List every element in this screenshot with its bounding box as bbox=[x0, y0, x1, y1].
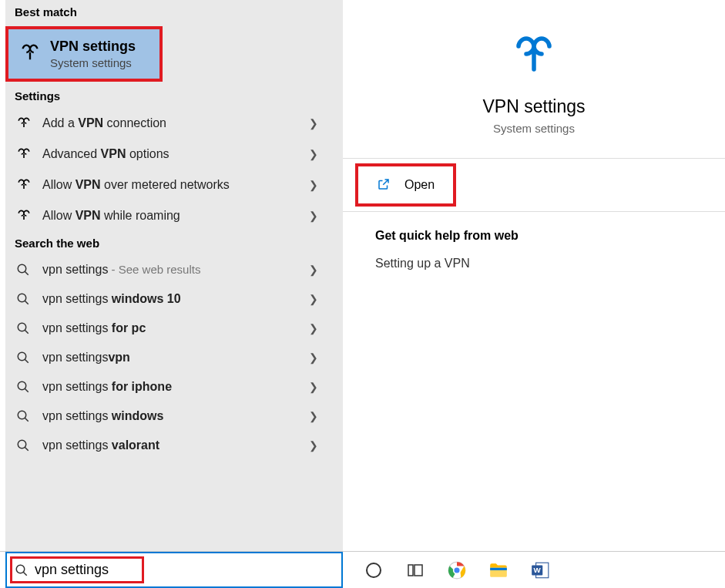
chevron-right-icon: ❯ bbox=[309, 351, 318, 364]
result-label: vpn settingsvpn bbox=[42, 351, 309, 365]
chevron-right-icon: ❯ bbox=[309, 322, 318, 334]
word-icon[interactable]: W bbox=[529, 559, 551, 581]
detail-title: VPN settings bbox=[483, 96, 586, 117]
cortana-icon[interactable] bbox=[363, 559, 384, 581]
svg-point-16 bbox=[367, 563, 381, 577]
svg-point-0 bbox=[18, 264, 26, 273]
vpn-small-icon bbox=[16, 146, 35, 162]
svg-point-6 bbox=[18, 352, 26, 361]
search-results-panel: Best match VPN settings System settings … bbox=[0, 0, 343, 551]
settings-result-item[interactable]: Allow VPN while roaming ❯ bbox=[5, 200, 343, 231]
detail-subtitle: System settings bbox=[493, 122, 575, 135]
chevron-right-icon: ❯ bbox=[309, 264, 318, 276]
chevron-right-icon: ❯ bbox=[309, 210, 318, 222]
svg-line-13 bbox=[25, 447, 29, 451]
open-icon bbox=[377, 177, 392, 193]
result-label: vpn settings - See web results bbox=[42, 263, 309, 277]
best-match-subtitle: System settings bbox=[50, 56, 136, 69]
chevron-right-icon: ❯ bbox=[309, 381, 318, 393]
result-label: Allow VPN over metered networks bbox=[42, 178, 309, 192]
chevron-right-icon: ❯ bbox=[309, 148, 318, 160]
web-result-item[interactable]: vpn settings windows ❯ bbox=[5, 402, 343, 431]
web-result-item[interactable]: vpn settings windows 10 ❯ bbox=[5, 284, 343, 314]
svg-point-10 bbox=[18, 411, 26, 419]
search-icon bbox=[16, 380, 35, 394]
web-result-item[interactable]: vpn settings for iphone ❯ bbox=[5, 372, 343, 402]
open-button[interactable]: Open bbox=[355, 163, 456, 207]
vpn-large-icon bbox=[511, 31, 557, 77]
svg-line-11 bbox=[25, 418, 29, 422]
search-icon bbox=[16, 263, 35, 277]
taskbar-search-box[interactable] bbox=[5, 552, 343, 588]
search-icon bbox=[16, 321, 35, 335]
taskbar: W bbox=[0, 551, 725, 588]
search-icon bbox=[16, 438, 35, 452]
help-title: Get quick help from web bbox=[375, 229, 693, 243]
svg-line-3 bbox=[25, 301, 29, 304]
vpn-small-icon bbox=[16, 116, 35, 131]
svg-line-7 bbox=[25, 359, 29, 363]
search-icon bbox=[16, 351, 35, 365]
best-match-vpn-settings[interactable]: VPN settings System settings bbox=[5, 26, 163, 82]
svg-line-15 bbox=[23, 572, 27, 576]
help-link-setup-vpn[interactable]: Setting up a VPN bbox=[375, 257, 693, 270]
open-label: Open bbox=[404, 178, 435, 192]
svg-rect-17 bbox=[408, 565, 413, 576]
search-icon bbox=[16, 409, 35, 423]
result-label: vpn settings windows bbox=[42, 409, 309, 423]
svg-line-5 bbox=[25, 330, 29, 334]
task-view-icon[interactable] bbox=[404, 559, 426, 581]
chevron-right-icon: ❯ bbox=[309, 117, 318, 129]
svg-point-8 bbox=[18, 381, 26, 390]
web-result-item[interactable]: vpn settings - See web results ❯ bbox=[5, 255, 343, 284]
search-icon bbox=[15, 563, 29, 577]
settings-header: Settings bbox=[5, 84, 343, 108]
result-label: Add a VPN connection bbox=[42, 116, 309, 130]
settings-result-item[interactable]: Allow VPN over metered networks ❯ bbox=[5, 170, 343, 200]
best-match-header: Best match bbox=[5, 0, 343, 24]
result-label: Advanced VPN options bbox=[42, 147, 309, 161]
svg-point-14 bbox=[16, 565, 25, 573]
search-icon bbox=[16, 292, 35, 306]
file-explorer-icon[interactable] bbox=[488, 559, 509, 581]
svg-line-9 bbox=[25, 388, 29, 392]
result-label: vpn settings for iphone bbox=[42, 380, 309, 394]
settings-result-item[interactable]: Advanced VPN options ❯ bbox=[5, 139, 343, 170]
chevron-right-icon: ❯ bbox=[309, 439, 318, 452]
chevron-right-icon: ❯ bbox=[309, 293, 318, 305]
search-web-header: Search the web bbox=[5, 231, 343, 255]
chevron-right-icon: ❯ bbox=[309, 410, 318, 422]
chrome-icon[interactable] bbox=[446, 559, 468, 581]
svg-rect-23 bbox=[490, 567, 507, 570]
vpn-icon bbox=[18, 40, 42, 65]
chevron-right-icon: ❯ bbox=[309, 179, 318, 191]
settings-result-item[interactable]: Add a VPN connection ❯ bbox=[5, 108, 343, 139]
web-result-item[interactable]: vpn settings valorant ❯ bbox=[5, 431, 343, 460]
svg-rect-18 bbox=[415, 565, 422, 576]
svg-point-2 bbox=[18, 294, 26, 302]
detail-panel: VPN settings System settings Open Get qu… bbox=[343, 0, 725, 551]
result-label: vpn settings for pc bbox=[42, 321, 309, 335]
result-label: vpn settings valorant bbox=[42, 438, 309, 452]
divider bbox=[343, 158, 725, 159]
web-result-item[interactable]: vpn settings for pc ❯ bbox=[5, 314, 343, 343]
svg-line-1 bbox=[25, 271, 29, 275]
vpn-small-icon bbox=[16, 208, 35, 223]
svg-point-4 bbox=[18, 323, 26, 331]
web-result-item[interactable]: vpn settingsvpn ❯ bbox=[5, 343, 343, 372]
vpn-small-icon bbox=[16, 177, 35, 193]
svg-point-21 bbox=[454, 566, 461, 573]
result-label: Allow VPN while roaming bbox=[42, 209, 309, 223]
best-match-title: VPN settings bbox=[50, 39, 136, 55]
svg-text:W: W bbox=[534, 566, 542, 574]
result-label: vpn settings windows 10 bbox=[42, 292, 309, 306]
search-input[interactable] bbox=[35, 562, 341, 578]
svg-point-12 bbox=[18, 440, 26, 449]
